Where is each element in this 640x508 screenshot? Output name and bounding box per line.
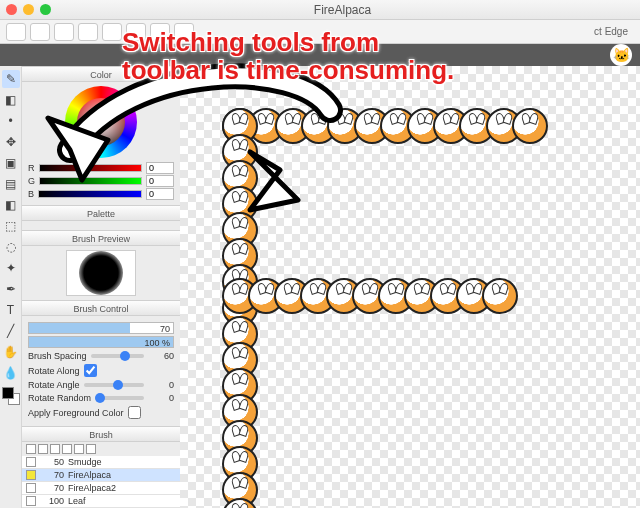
- toolbar-button[interactable]: [30, 23, 50, 41]
- hand-tool[interactable]: ✋: [2, 343, 20, 361]
- select-tool[interactable]: ⬚: [2, 217, 20, 235]
- mascot-avatar-icon: 🐱: [610, 44, 632, 66]
- r-label: R: [28, 163, 35, 173]
- apply-fg-checkbox[interactable]: [128, 406, 141, 419]
- brush-list-toolbar[interactable]: [22, 442, 180, 456]
- toolbar-button[interactable]: [102, 23, 122, 41]
- brush-list-item[interactable]: 100Leaf: [22, 495, 180, 508]
- fill-tool[interactable]: ▣: [2, 154, 20, 172]
- rotate-along-checkbox[interactable]: [84, 364, 97, 377]
- rotate-random-slider[interactable]: [95, 396, 144, 400]
- b-slider[interactable]: [38, 190, 142, 198]
- app-toolbar: ct Edge: [0, 20, 640, 44]
- palette-panel[interactable]: [22, 221, 180, 230]
- pen-tool[interactable]: ✒: [2, 280, 20, 298]
- brush-stamp: [512, 108, 548, 144]
- spacing-slider[interactable]: [91, 354, 144, 358]
- side-panels: Color R G B Palette Brush Preview Brush …: [22, 66, 180, 508]
- apply-fg-label: Apply Foreground Color: [28, 408, 124, 418]
- rotate-angle-value: 0: [148, 380, 174, 390]
- toolbar-button[interactable]: [150, 23, 170, 41]
- brush-tool[interactable]: ✎: [2, 70, 20, 88]
- dot-tool[interactable]: •: [2, 112, 20, 130]
- b-label: B: [28, 189, 34, 199]
- brush-list-item[interactable]: 70FireAlpaca2: [22, 482, 180, 495]
- text-tool[interactable]: T: [2, 301, 20, 319]
- spacing-label: Brush Spacing: [28, 351, 87, 361]
- wand-tool[interactable]: ✦: [2, 259, 20, 277]
- panel-title-control: Brush Control: [22, 300, 180, 316]
- eyedrop-tool[interactable]: 💧: [2, 364, 20, 382]
- rotate-random-label: Rotate Random: [28, 393, 91, 403]
- brush-opacity-bar[interactable]: 100 %: [28, 336, 174, 348]
- g-label: G: [28, 176, 35, 186]
- spacing-value: 60: [148, 351, 174, 361]
- eraser-tool[interactable]: ◧: [2, 91, 20, 109]
- toolbar-button[interactable]: [174, 23, 194, 41]
- bucket-tool[interactable]: ▤: [2, 175, 20, 193]
- minimize-window-button[interactable]: [23, 4, 34, 15]
- g-input[interactable]: [146, 175, 174, 187]
- lasso-tool[interactable]: ◌: [2, 238, 20, 256]
- panel-title-preview: Brush Preview: [22, 230, 180, 246]
- rotate-angle-slider[interactable]: [84, 383, 144, 387]
- b-input[interactable]: [146, 188, 174, 200]
- brush-preview-dot: [79, 251, 123, 295]
- brush-size-bar[interactable]: 70: [28, 322, 174, 334]
- r-input[interactable]: [146, 162, 174, 174]
- gradient-tool[interactable]: ◧: [2, 196, 20, 214]
- window-title: FireAlpaca: [51, 3, 634, 17]
- brush-stamp: [482, 278, 518, 314]
- panel-title-palette: Palette: [22, 205, 180, 221]
- window-titlebar: FireAlpaca: [0, 0, 640, 20]
- move-tool[interactable]: ✥: [2, 133, 20, 151]
- color-swatches[interactable]: [2, 387, 20, 405]
- r-slider[interactable]: [39, 164, 143, 172]
- panel-title-brush: Brush: [22, 426, 180, 442]
- divide-tool[interactable]: ╱: [2, 322, 20, 340]
- color-wheel[interactable]: [65, 86, 137, 158]
- close-window-button[interactable]: [6, 4, 17, 15]
- rotate-along-label: Rotate Along: [28, 366, 80, 376]
- panel-title-color: Color: [22, 66, 180, 82]
- brush-control-panel: 70 100 % Brush Spacing60 Rotate Along Ro…: [22, 316, 180, 426]
- tool-options-bar: 🐱: [0, 44, 640, 66]
- tool-strip: ✎◧•✥▣▤◧⬚◌✦✒T╱✋💧: [0, 66, 22, 508]
- toolbar-right-label: ct Edge: [594, 26, 634, 37]
- toolbar-button[interactable]: [126, 23, 146, 41]
- brush-list: 50Smudge70FireAlpaca70FireAlpaca2100Leaf: [22, 442, 180, 508]
- brush-preview: [66, 250, 136, 296]
- g-slider[interactable]: [39, 177, 142, 185]
- zoom-window-button[interactable]: [40, 4, 51, 15]
- window-controls[interactable]: [6, 4, 51, 15]
- brush-list-item[interactable]: 50Smudge: [22, 456, 180, 469]
- toolbar-button[interactable]: [54, 23, 74, 41]
- rotate-random-value: 0: [148, 393, 174, 403]
- canvas[interactable]: [180, 66, 640, 508]
- rotate-angle-label: Rotate Angle: [28, 380, 80, 390]
- toolbar-button[interactable]: [78, 23, 98, 41]
- color-panel: R G B: [22, 82, 180, 205]
- toolbar-button[interactable]: [6, 23, 26, 41]
- brush-list-item[interactable]: 70FireAlpaca: [22, 469, 180, 482]
